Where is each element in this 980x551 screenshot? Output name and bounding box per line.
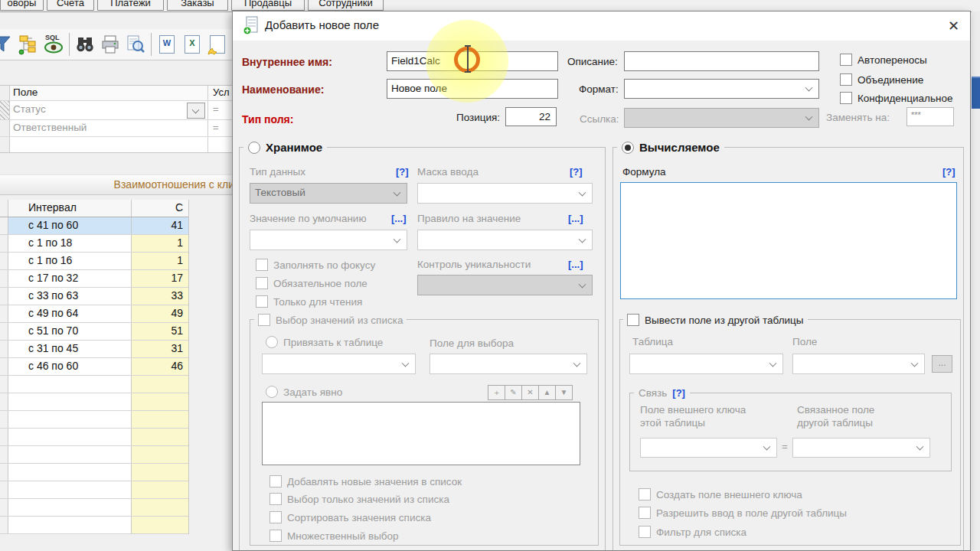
- filter-op-cell[interactable]: =: [207, 101, 234, 119]
- display-name-input[interactable]: Новое поле: [387, 79, 558, 99]
- find-icon[interactable]: [75, 34, 95, 55]
- export-report-icon[interactable]: [207, 34, 227, 55]
- value-rule-more-link[interactable]: [...]: [568, 213, 583, 224]
- export-excel-icon[interactable]: X: [182, 34, 202, 55]
- replace-with-input[interactable]: ***: [906, 107, 954, 126]
- calculated-radio[interactable]: Вычисляемое: [617, 141, 724, 154]
- dropdown-button[interactable]: [187, 103, 205, 119]
- fill-on-focus-checkbox[interactable]: Заполнять по фокусу: [256, 259, 375, 271]
- tab-prodavtsy[interactable]: Продавцы: [231, 0, 305, 11]
- required-checkbox[interactable]: Обязательное поле: [256, 277, 368, 289]
- move-down-button[interactable]: ▼: [555, 385, 573, 400]
- explicit-values-listbox[interactable]: [262, 402, 580, 465]
- table-row[interactable]: с 49 по 64 49: [0, 305, 188, 323]
- table-row[interactable]: с 31 по 45 31: [0, 341, 188, 358]
- auto-wrap-checkbox[interactable]: Автопереносы: [840, 54, 927, 66]
- data-type-label: Тип данных: [250, 166, 305, 178]
- table-row-empty[interactable]: [0, 411, 188, 429]
- add-new-values-checkbox[interactable]: Добавлять новые значения в список: [270, 475, 462, 487]
- input-mask-combobox[interactable]: [417, 183, 593, 204]
- input-mask-help-link[interactable]: [?]: [570, 166, 583, 178]
- multi-select-checkbox[interactable]: Множественный выбор: [270, 530, 399, 542]
- close-icon[interactable]: ✕: [948, 18, 959, 34]
- filter-field-cell[interactable]: Ответственный: [10, 120, 207, 136]
- table-row-empty[interactable]: [0, 481, 188, 499]
- table-row[interactable]: с 17 по 32 17: [0, 270, 188, 288]
- list-filter-checkbox[interactable]: Фильтр для списка: [639, 526, 746, 538]
- table-row-empty[interactable]: [0, 517, 188, 534]
- filter-op-cell[interactable]: [207, 137, 234, 152]
- field-type-label: Тип поля:: [242, 113, 293, 126]
- data-type-help-link[interactable]: [?]: [396, 166, 409, 178]
- stored-radio-circle: [248, 142, 260, 154]
- filter-op-cell[interactable]: =: [207, 120, 234, 136]
- fk-field-combobox[interactable]: [640, 438, 777, 458]
- checkbox-box: [639, 526, 651, 538]
- row-header: [0, 411, 8, 428]
- only-list-values-checkbox[interactable]: Выбор только значений из списка: [270, 493, 449, 505]
- add-value-button[interactable]: ＋: [488, 385, 505, 400]
- data-type-combobox[interactable]: Текстовый: [250, 183, 407, 204]
- from-other-table-checkbox[interactable]: Вывести поле из другой таблицы: [623, 314, 808, 326]
- uniqueness-combobox[interactable]: [417, 275, 593, 295]
- tab-dogovory[interactable]: оворы: [0, 0, 44, 11]
- default-value-more-link[interactable]: [...]: [391, 213, 407, 224]
- table-row-empty[interactable]: [0, 376, 188, 393]
- filter-icon[interactable]: [0, 34, 13, 55]
- internal-name-input[interactable]: Field1Calc: [387, 51, 558, 71]
- print-preview-icon[interactable]: [126, 34, 145, 55]
- reference-combobox[interactable]: [624, 108, 819, 128]
- tab-platezhi[interactable]: Платежи: [97, 0, 164, 11]
- bind-table-combobox[interactable]: [262, 354, 416, 374]
- relation-help-link[interactable]: [?]: [672, 387, 685, 399]
- linked-field-combobox[interactable]: [792, 438, 930, 458]
- description-input[interactable]: [624, 51, 819, 71]
- print-icon[interactable]: [100, 34, 120, 55]
- position-input[interactable]: 22: [505, 107, 557, 126]
- confidential-checkbox[interactable]: Конфиденциальное: [840, 92, 952, 104]
- default-value-combobox[interactable]: [250, 230, 407, 250]
- table-row-empty[interactable]: [0, 393, 188, 411]
- sort-values-checkbox[interactable]: Сортировать значения списка: [270, 511, 431, 523]
- export-word-icon[interactable]: W: [157, 34, 177, 55]
- browse-button[interactable]: ...: [932, 355, 952, 373]
- explicit-values-radio[interactable]: Задать явно: [266, 386, 342, 398]
- edit-value-button[interactable]: ✎: [505, 385, 522, 400]
- table-row[interactable]: с 33 по 63 33: [0, 288, 188, 305]
- value-rule-combobox[interactable]: [417, 230, 593, 250]
- delete-value-button[interactable]: ✕: [521, 385, 539, 400]
- merge-checkbox[interactable]: Объединение: [840, 73, 923, 86]
- formula-textarea[interactable]: [620, 182, 957, 299]
- tree-view-icon[interactable]: [18, 34, 38, 55]
- checkbox-box: [256, 277, 268, 289]
- table-row-empty[interactable]: [0, 429, 188, 446]
- filter-field-cell[interactable]: Статус: [10, 101, 207, 119]
- uniqueness-more-link[interactable]: [...]: [568, 259, 583, 270]
- move-up-button[interactable]: ▲: [538, 385, 556, 400]
- tab-scheta[interactable]: Счета: [47, 0, 94, 11]
- tab-sotrudniki[interactable]: Сотрудники: [308, 0, 384, 11]
- table-row[interactable]: с 46 по 60 46: [0, 358, 188, 376]
- allow-input-other-checkbox[interactable]: Разрешить ввод в поле другой таблицы: [639, 507, 847, 519]
- create-fk-checkbox[interactable]: Создать поле внешнего ключа: [639, 488, 802, 500]
- list-values-checkbox[interactable]: Выбор значений из списка: [254, 314, 407, 326]
- table-row[interactable]: с 1 по 16 1: [0, 253, 188, 270]
- stored-radio[interactable]: Хранимое: [243, 141, 327, 154]
- table-row[interactable]: с 41 по 60 41: [0, 217, 188, 235]
- table-row[interactable]: с 51 по 70 51: [0, 323, 188, 341]
- filter-field-cell[interactable]: [10, 137, 207, 152]
- tab-zakazy[interactable]: Заказы: [167, 0, 228, 11]
- table-row-empty[interactable]: [0, 499, 188, 517]
- formula-help-link[interactable]: [?]: [942, 166, 956, 178]
- field-combobox[interactable]: [792, 354, 925, 374]
- table-row-empty[interactable]: [0, 464, 188, 481]
- table-combobox[interactable]: [629, 354, 783, 374]
- table-row[interactable]: с 1 по 18 1: [0, 235, 188, 253]
- field-for-choice-combobox[interactable]: [430, 354, 587, 374]
- bind-table-radio[interactable]: Привязать к таблице: [266, 336, 383, 348]
- row-header: [0, 137, 10, 152]
- format-combobox[interactable]: [624, 79, 819, 99]
- read-only-checkbox[interactable]: Только для чтения: [256, 295, 362, 308]
- sql-view-icon[interactable]: SQL: [44, 34, 64, 55]
- table-row-empty[interactable]: [0, 446, 188, 464]
